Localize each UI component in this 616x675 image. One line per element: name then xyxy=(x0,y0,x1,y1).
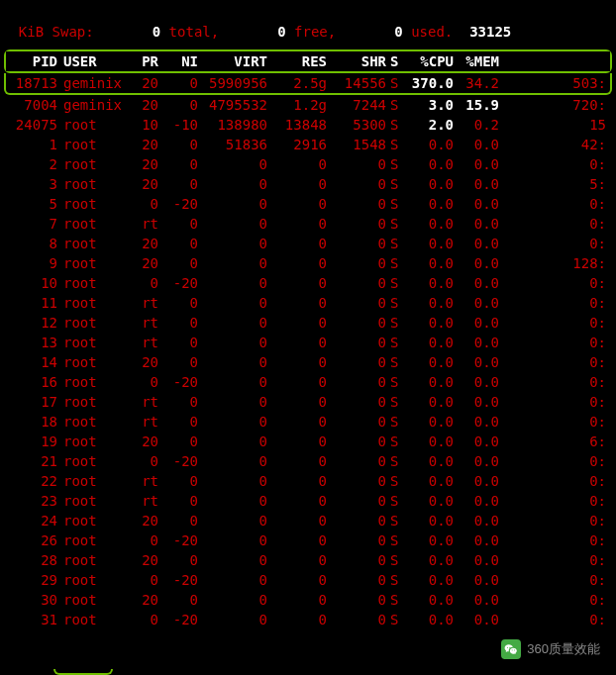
cell-pr: 0 xyxy=(123,194,158,214)
cell-tail: 128: xyxy=(499,253,608,273)
cell-user: root xyxy=(57,550,123,570)
process-row[interactable]: 7004geminix20047955321.2g7244S3.015.9720… xyxy=(6,95,610,115)
cell-mem: 0.2 xyxy=(454,115,499,135)
cell-pid: 8 xyxy=(8,234,57,253)
process-row[interactable]: 31root0-20000S0.00.00: xyxy=(6,610,610,629)
cell-shr: 0 xyxy=(327,570,386,590)
cell-cpu: 0.0 xyxy=(404,253,454,273)
process-row[interactable]: 19root200000S0.00.06: xyxy=(6,432,610,451)
cell-virt: 0 xyxy=(198,214,267,234)
cell-res: 0 xyxy=(267,313,327,333)
cell-tail: 0: xyxy=(499,392,608,412)
cell-pr: rt xyxy=(123,471,158,491)
process-row[interactable]: 13rootrt0000S0.00.00: xyxy=(6,333,610,352)
cell-pid: 24 xyxy=(8,511,57,530)
cell-cpu: 0.0 xyxy=(404,214,454,234)
swap-label: KiB Swap: xyxy=(19,24,94,40)
cell-tail: 0: xyxy=(499,194,608,214)
cell-pr: 20 xyxy=(123,550,158,570)
cell-res: 0 xyxy=(267,194,327,214)
cell-s: S xyxy=(386,432,404,451)
cell-tail: 15 xyxy=(499,115,608,135)
cell-mem: 0.0 xyxy=(454,253,499,273)
cell-virt: 0 xyxy=(198,471,267,491)
cell-ni: 0 xyxy=(158,491,198,511)
cell-ni: -20 xyxy=(158,273,198,293)
process-row[interactable]: 24root200000S0.00.00: xyxy=(6,511,610,530)
process-row[interactable]: 17rootrt0000S0.00.00: xyxy=(6,392,610,412)
cell-shr: 0 xyxy=(327,491,386,511)
cell-shr: 0 xyxy=(327,174,386,194)
cell-pr: 20 xyxy=(123,234,158,253)
process-row[interactable]: 12rootrt0000S0.00.00: xyxy=(6,313,610,333)
cell-mem: 0.0 xyxy=(454,550,499,570)
cell-pr: 20 xyxy=(123,352,158,372)
process-row-highlighted[interactable]: 18713 geminix 20 0 5990956 2.5g 14556 S … xyxy=(4,73,612,95)
process-row[interactable]: 10root0-20000S0.00.00: xyxy=(6,273,610,293)
cell-ni: 0 xyxy=(158,174,198,194)
process-row[interactable]: 2root200000S0.00.00: xyxy=(6,154,610,174)
col-cpu: %CPU xyxy=(404,51,454,71)
cell-tail: 0: xyxy=(499,412,608,432)
process-row[interactable]: 16root0-20000S0.00.00: xyxy=(6,372,610,392)
cell-shr: 5300 xyxy=(327,115,386,135)
cell-ni: 0 xyxy=(158,471,198,491)
swap-total-label: total, xyxy=(169,24,220,40)
cell-shr: 0 xyxy=(327,511,386,530)
cell-user: root xyxy=(57,313,123,333)
cell-res: 0 xyxy=(267,234,327,253)
process-row[interactable]: 22rootrt0000S0.00.00: xyxy=(6,471,610,491)
cell-s: S xyxy=(386,471,404,491)
cell-tail: 0: xyxy=(499,471,608,491)
cell-mem: 0.0 xyxy=(454,471,499,491)
process-row[interactable]: 5root0-20000S0.00.00: xyxy=(6,194,610,214)
process-row[interactable]: 14root200000S0.00.00: xyxy=(6,352,610,372)
cell-cpu: 0.0 xyxy=(404,590,454,610)
cell-ni: 0 xyxy=(158,590,198,610)
cell-s: S xyxy=(386,610,404,629)
col-mem: %MEM xyxy=(454,51,499,71)
cell-shr: 0 xyxy=(327,372,386,392)
process-row[interactable]: 18rootrt0000S0.00.00: xyxy=(6,412,610,432)
cell-mem: 0.0 xyxy=(454,273,499,293)
cell-s: S xyxy=(386,392,404,412)
process-row[interactable]: 9root200000S0.00.0128: xyxy=(6,253,610,273)
cell-mem: 0.0 xyxy=(454,313,499,333)
cell-res: 0 xyxy=(267,590,327,610)
process-row[interactable]: 30root200000S0.00.00: xyxy=(6,590,610,610)
cell-mem: 0.0 xyxy=(454,194,499,214)
process-row[interactable]: 7rootrt0000S0.00.00: xyxy=(6,214,610,234)
cell-virt: 0 xyxy=(198,313,267,333)
cell-res: 0 xyxy=(267,432,327,451)
cell-user: root xyxy=(57,214,123,234)
cell-shr: 0 xyxy=(327,432,386,451)
cell-pr: 0 xyxy=(123,273,158,293)
process-list[interactable]: 7004geminix20047955321.2g7244S3.015.9720… xyxy=(0,95,616,629)
process-row[interactable]: 29root0-20000S0.00.00: xyxy=(6,570,610,590)
cell-pid: 18713 xyxy=(8,73,57,93)
cell-shr: 0 xyxy=(327,214,386,234)
process-row[interactable]: 21root0-20000S0.00.00: xyxy=(6,451,610,471)
cell-mem: 0.0 xyxy=(454,293,499,313)
process-row[interactable]: 1root2005183629161548S0.00.042: xyxy=(6,135,610,154)
cell-res: 0 xyxy=(267,174,327,194)
process-row[interactable]: 24075root10-10138980138485300S2.00.215 xyxy=(6,115,610,135)
cell-res: 0 xyxy=(267,570,327,590)
cell-cpu: 0.0 xyxy=(404,412,454,432)
cell-cpu: 0.0 xyxy=(404,610,454,629)
process-row[interactable]: 8root200000S0.00.00: xyxy=(6,234,610,253)
cell-tail: 0: xyxy=(499,154,608,174)
cell-pr: rt xyxy=(123,333,158,352)
cell-user: root xyxy=(57,234,123,253)
process-header-highlight: PID USER PR NI VIRT RES SHR S %CPU %MEM xyxy=(4,49,612,73)
process-row[interactable]: 26root0-20000S0.00.00: xyxy=(6,530,610,550)
process-row[interactable]: 3root200000S0.00.05: xyxy=(6,174,610,194)
col-shr: SHR xyxy=(327,51,386,71)
cell-user: root xyxy=(57,135,123,154)
cell-virt: 51836 xyxy=(198,135,267,154)
process-row[interactable]: 23rootrt0000S0.00.00: xyxy=(6,491,610,511)
process-row[interactable]: 11rootrt0000S0.00.00: xyxy=(6,293,610,313)
cell-ni: -20 xyxy=(158,194,198,214)
cell-pid: 29 xyxy=(8,570,57,590)
process-row[interactable]: 28root200000S0.00.00: xyxy=(6,550,610,570)
